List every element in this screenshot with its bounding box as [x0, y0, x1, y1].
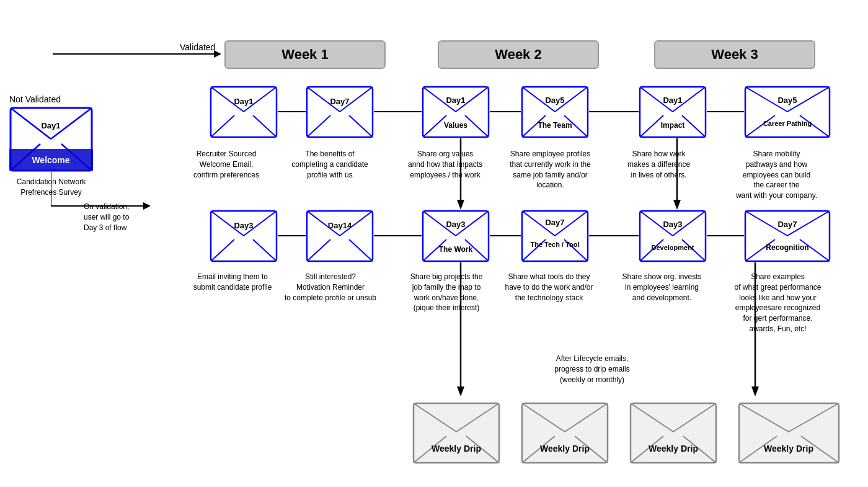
line-w3-top [707, 110, 744, 113]
w3-day3-envelope: Day3 Development [639, 210, 707, 265]
svg-text:Recognition: Recognition [766, 243, 808, 252]
svg-text:Impact: Impact [661, 121, 685, 130]
validation-note: On validation,user will go toDay 3 of fl… [84, 202, 183, 233]
svg-text:Weekly Drip: Weekly Drip [764, 444, 813, 453]
svg-text:Day7: Day7 [330, 97, 349, 106]
w2-day5-envelope: Day5 The Team [521, 86, 589, 141]
svg-marker-108 [751, 386, 759, 396]
desc-w2-day7: Share what tools do theyhave to do the w… [501, 272, 597, 303]
line-w2-w3-top [589, 110, 639, 113]
svg-text:Day3: Day3 [234, 221, 253, 230]
svg-text:Weekly Drip: Weekly Drip [649, 444, 698, 453]
line-w1-w2-top [374, 110, 422, 113]
not-validated-label: Not Validated [9, 94, 61, 104]
svg-text:Welcome: Welcome [32, 155, 69, 165]
drip4-envelope: Weekly Drip [738, 402, 840, 467]
svg-text:Day5: Day5 [545, 96, 564, 105]
line-w2-w3-bottom [589, 235, 639, 237]
validated-label: Validated [180, 42, 215, 52]
week2-header: Week 2 [438, 40, 599, 69]
svg-text:Development: Development [651, 244, 694, 251]
svg-text:Day7: Day7 [545, 218, 564, 227]
svg-text:The Tech / Tool: The Tech / Tool [530, 241, 579, 248]
line-w1-top [278, 110, 306, 113]
diagram: Week 1 Week 2 Week 3 Validated Not Valid… [0, 0, 868, 487]
desc-w1-day7: The benefits ofcompleting a candidatepro… [286, 149, 373, 180]
drip1-envelope: Weekly Drip [412, 402, 500, 467]
line-w2-bottom [490, 235, 521, 237]
svg-text:Day7: Day7 [777, 220, 797, 229]
desc-w1-day1: Recruiter SourcedWelcome Email,confirm p… [189, 149, 264, 180]
week3-header: Week 3 [654, 40, 815, 69]
svg-marker-104 [673, 200, 681, 210]
svg-text:Day1: Day1 [234, 97, 253, 106]
desc-w2-day3: Share big projects thejob family the map… [400, 272, 493, 313]
svg-marker-102 [457, 200, 464, 210]
svg-text:Day3: Day3 [446, 220, 465, 229]
w1-day3-envelope: Day3 [210, 210, 278, 265]
desc-w3-day1: Share how workmakes a differencein lives… [614, 149, 704, 180]
desc-w1-day14: Still interested?Motivation Reminderto c… [278, 272, 383, 303]
line-w1-bottom [278, 235, 306, 237]
svg-text:Day1: Day1 [41, 121, 60, 130]
svg-marker-106 [457, 386, 464, 396]
w2-day3-envelope: Day3 The Work [422, 210, 490, 265]
desc-w3-day5: Share mobilitypathways and howemployees … [722, 149, 831, 201]
desc-w1-day3: Email inviting them tosubmit candidate p… [189, 272, 276, 293]
w1-day14-envelope: Day14 [306, 210, 374, 265]
w1-day1-envelope: Day1 [210, 86, 278, 141]
line-w2-top [490, 110, 521, 113]
desc-w2-day1: Share org valuesannd how that impactsemp… [402, 149, 489, 180]
svg-text:The Work: The Work [439, 245, 473, 254]
desc-w2-day5: Share employee profilesthat currently wo… [505, 149, 595, 190]
svg-text:Day1: Day1 [663, 96, 682, 105]
week1-header: Week 1 [224, 40, 386, 69]
w3-day7-envelope: Day7 Recognition [744, 210, 831, 265]
w2-day7-envelope: Day7 The Tech / Tool [521, 210, 589, 265]
svg-text:Day5: Day5 [777, 96, 797, 105]
svg-text:Career Pathing: Career Pathing [763, 120, 812, 127]
svg-text:Weekly Drip: Weekly Drip [432, 444, 481, 453]
svg-text:Day3: Day3 [663, 220, 682, 229]
line-w3-bottom [707, 235, 744, 237]
drip2-envelope: Weekly Drip [521, 402, 609, 467]
drip3-envelope: Weekly Drip [629, 402, 717, 467]
svg-text:Weekly Drip: Weekly Drip [540, 444, 590, 453]
svg-text:Values: Values [444, 121, 467, 130]
svg-text:Day14: Day14 [328, 221, 352, 230]
svg-text:Day1: Day1 [446, 96, 465, 105]
desc-w3-day7: Share examplesof what great performancel… [720, 272, 835, 334]
w3-day1-envelope: Day1 Impact [639, 86, 707, 141]
line-w1-w2-bottom [374, 235, 422, 237]
w2-day1-envelope: Day1 Values [422, 86, 490, 141]
desc-w3-day3: Share show org. investsin employees' lea… [614, 272, 710, 303]
svg-text:The Team: The Team [538, 121, 572, 130]
after-lifecycle-note: After Lifecycle emails,progress to drip … [530, 354, 654, 385]
w1-day7-envelope: Day7 [306, 86, 374, 141]
welcome-envelope: Day1 Welcome [9, 107, 93, 174]
w3-day5-envelope: Day5 Career Pathing [744, 86, 831, 141]
